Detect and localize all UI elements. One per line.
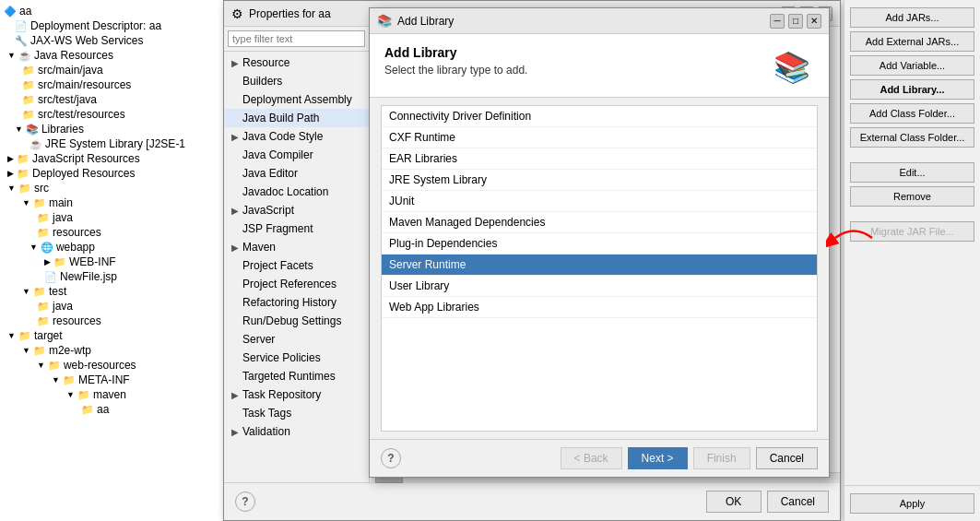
tree-item-src-main-resources[interactable]: 📁src/main/resources: [0, 77, 225, 92]
filter-input[interactable]: [228, 30, 365, 47]
nav-item-project-references[interactable]: ▶ Project References: [224, 275, 369, 293]
nav-item-run-debug[interactable]: ▶ Run/Debug Settings: [224, 312, 369, 330]
nav-item-builders[interactable]: ▶ Builders: [224, 72, 369, 90]
add-library-footer: ? < Back Next > Finish Cancel: [370, 439, 829, 477]
apply-button[interactable]: Apply: [850, 493, 974, 514]
tree-item-webinf[interactable]: ▶📁WEB-INF: [0, 255, 225, 269]
tree-item-test[interactable]: ▼📁test: [0, 284, 225, 299]
tree-item-jaxws[interactable]: 🔧JAX-WS Web Services: [0, 33, 225, 48]
add-variable-button[interactable]: Add Variable...: [850, 55, 974, 76]
add-library-header: Add Library Select the library type to a…: [370, 34, 829, 98]
add-library-cancel-button[interactable]: Cancel: [756, 447, 818, 469]
tree-item-meta-inf[interactable]: ▼📁META-INF: [0, 373, 225, 387]
filter-box: [224, 27, 369, 52]
tree-item-maven[interactable]: ▼📁maven: [0, 387, 225, 402]
lib-type-connectivity[interactable]: Connectivity Driver Definition: [382, 106, 817, 127]
tree-item-jre-system[interactable]: ☕JRE System Library [J2SE-1: [0, 136, 225, 151]
expand-arrow-jcs: ▶: [231, 132, 239, 142]
add-library-minimize-button[interactable]: ─: [770, 14, 785, 29]
tree-item-aa[interactable]: 🔷aa: [0, 4, 225, 18]
nav-item-java-build-path[interactable]: ▶ Java Build Path: [224, 109, 369, 127]
nav-item-javascript[interactable]: ▶ JavaScript: [224, 201, 369, 219]
external-class-folder-button[interactable]: External Class Folder...: [850, 127, 974, 148]
add-library-header-title: Add Library: [384, 45, 770, 60]
add-external-jars-button[interactable]: Add External JARs...: [850, 31, 974, 52]
properties-cancel-button[interactable]: Cancel: [767, 491, 829, 513]
nav-item-resource[interactable]: ▶ Resource: [224, 53, 369, 72]
nav-item-java-editor[interactable]: ▶ Java Editor: [224, 164, 369, 183]
add-library-maximize-button[interactable]: □: [788, 14, 803, 29]
remove-button[interactable]: Remove: [850, 186, 974, 207]
nav-item-task-repository[interactable]: ▶ Task Repository: [224, 385, 369, 404]
add-library-help-button[interactable]: ?: [381, 448, 401, 468]
add-library-win-controls: ─ □ ✕: [770, 14, 821, 29]
tree-item-resources[interactable]: 📁resources: [0, 225, 225, 240]
tree-item-src-test-java[interactable]: 📁src/test/java: [0, 92, 225, 107]
expand-arrow-resource: ▶: [231, 58, 239, 68]
properties-nav-panel: ▶ Resource ▶ Builders ▶ Deployment Assem…: [224, 27, 370, 482]
lib-type-ear[interactable]: EAR Libraries: [382, 148, 817, 170]
nav-item-java-code-style[interactable]: ▶ Java Code Style: [224, 127, 369, 146]
back-button: < Back: [561, 447, 622, 469]
tree-item-src-main-java[interactable]: 📁src/main/java: [0, 63, 225, 77]
nav-item-service-policies[interactable]: ▶ Service Policies: [224, 349, 369, 367]
expand-arrow-val: ▶: [231, 427, 239, 437]
tree-item-webapp[interactable]: ▼🌐webapp: [0, 240, 225, 255]
add-library-title-icon: 📚: [377, 14, 392, 28]
tree-item-test-resources[interactable]: 📁resources: [0, 314, 225, 328]
tree-item-src-test-resources[interactable]: 📁src/test/resources: [0, 107, 225, 122]
lib-type-plugin[interactable]: Plug-in Dependencies: [382, 233, 817, 255]
add-library-button[interactable]: Add Library...: [850, 79, 974, 100]
nav-item-java-compiler[interactable]: ▶ Java Compiler: [224, 146, 369, 164]
lib-type-server-runtime[interactable]: Server Runtime: [382, 255, 817, 276]
nav-item-jsp-fragment[interactable]: ▶ JSP Fragment: [224, 219, 369, 238]
lib-type-maven[interactable]: Maven Managed Dependencies: [382, 212, 817, 233]
lib-type-user-library[interactable]: User Library: [382, 276, 817, 297]
tree-item-java[interactable]: 📁java: [0, 210, 225, 225]
add-class-folder-button[interactable]: Add Class Folder...: [850, 103, 974, 124]
tree-item-deployed-resources[interactable]: ▶📁Deployed Resources: [0, 166, 225, 181]
edit-button[interactable]: Edit...: [850, 162, 974, 183]
add-library-header-subtitle: Select the library type to add.: [384, 64, 770, 77]
library-type-list: Connectivity Driver Definition CXF Runti…: [381, 105, 818, 432]
tree-item-newfile[interactable]: 📄NewFile.jsp: [0, 269, 225, 284]
tree-item-deploy-desc[interactable]: 📄Deployment Descriptor: aa: [0, 18, 225, 33]
nav-item-project-facets[interactable]: ▶ Project Facets: [224, 256, 369, 275]
nav-item-deployment-assembly[interactable]: ▶ Deployment Assembly: [224, 90, 369, 109]
tree-item-test-java[interactable]: 📁java: [0, 299, 225, 314]
lib-type-junit[interactable]: JUnit: [382, 191, 817, 212]
lib-type-cxf[interactable]: CXF Runtime: [382, 127, 817, 148]
nav-item-server[interactable]: ▶ Server: [224, 330, 369, 349]
tree-item-main[interactable]: ▼📁main: [0, 195, 225, 210]
nav-item-javadoc-location[interactable]: ▶ Javadoc Location: [224, 183, 369, 201]
properties-help-button[interactable]: ?: [235, 491, 255, 512]
properties-nav: ▶ Resource ▶ Builders ▶ Deployment Assem…: [224, 52, 369, 482]
tree-item-js-resources[interactable]: ▶📁JavaScript Resources: [0, 151, 225, 166]
tree-item-src[interactable]: ▼📁src: [0, 181, 225, 195]
tree-item-target[interactable]: ▼📁target: [0, 328, 225, 343]
finish-button: Finish: [693, 447, 750, 469]
tree-item-web-resources[interactable]: ▼📁web-resources: [0, 358, 225, 373]
add-library-close-button[interactable]: ✕: [807, 14, 821, 29]
add-library-titlebar: 📚 Add Library ─ □ ✕: [370, 8, 829, 34]
nav-item-task-tags[interactable]: ▶ Task Tags: [224, 404, 369, 422]
properties-title-icon: ⚙: [231, 6, 243, 21]
properties-bottom: ? OK Cancel: [224, 482, 840, 520]
add-library-body: Connectivity Driver Definition CXF Runti…: [370, 98, 829, 439]
add-jars-button[interactable]: Add JARs...: [850, 7, 974, 28]
lib-type-jre[interactable]: JRE System Library: [382, 170, 817, 191]
ide-tree: 🔷aa 📄Deployment Descriptor: aa 🔧JAX-WS W…: [0, 0, 226, 521]
nav-item-targeted-runtimes[interactable]: ▶ Targeted Runtimes: [224, 367, 369, 385]
tree-item-java-resources[interactable]: ▼☕Java Resources: [0, 48, 225, 63]
add-library-footer-left: ?: [381, 448, 401, 468]
expand-arrow-trepo: ▶: [231, 390, 239, 400]
tree-item-m2e-wtp[interactable]: ▼📁m2e-wtp: [0, 343, 225, 358]
nav-item-maven[interactable]: ▶ Maven: [224, 238, 369, 256]
tree-item-libraries[interactable]: ▼📚Libraries: [0, 122, 225, 136]
tree-item-aa-nested[interactable]: 📁aa: [0, 402, 225, 417]
properties-ok-button[interactable]: OK: [706, 491, 762, 513]
lib-type-web-app[interactable]: Web App Libraries: [382, 297, 817, 318]
nav-item-refactoring-history[interactable]: ▶ Refactoring History: [224, 293, 369, 312]
next-button[interactable]: Next >: [628, 447, 688, 469]
nav-item-validation[interactable]: ▶ Validation: [224, 422, 369, 441]
